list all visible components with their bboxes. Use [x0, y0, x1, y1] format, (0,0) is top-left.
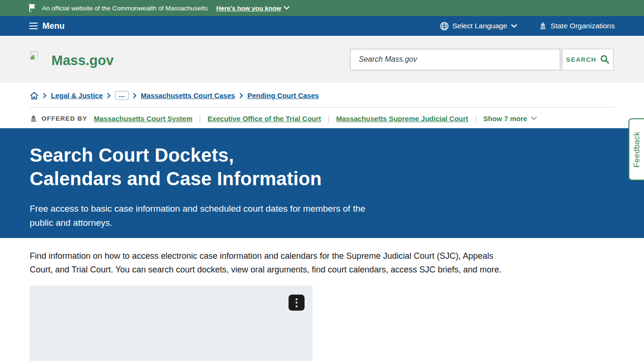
- offered-by-row: OFFERED BY Massachusetts Court System | …: [30, 107, 614, 128]
- breadcrumb-pending-court-cases[interactable]: Pending Court Cases: [248, 91, 319, 99]
- capitol-icon: [30, 115, 37, 123]
- breadcrumb-zone: Legal & Justice ... Massachusetts Court …: [0, 83, 644, 128]
- offered-by-label: OFFERED BY: [30, 115, 87, 123]
- state-organizations-link[interactable]: State Organizations: [539, 22, 615, 30]
- heres-how-you-know-link[interactable]: Here's how you know: [216, 5, 290, 12]
- logo-text: Mass.gov: [51, 53, 114, 68]
- menu-label: Menu: [42, 21, 65, 31]
- kebab-icon: [296, 298, 297, 307]
- feedback-tab[interactable]: Feedback: [628, 118, 644, 181]
- pipe-separator: |: [199, 115, 201, 123]
- chevron-right-icon: [133, 93, 137, 99]
- broken-image-icon: [30, 51, 38, 60]
- search-icon: [600, 55, 610, 64]
- breadcrumb: Legal & Justice ... Massachusetts Court …: [30, 91, 614, 100]
- pipe-separator: |: [328, 115, 330, 123]
- breadcrumb-court-cases[interactable]: Massachusetts Court Cases: [141, 91, 235, 99]
- select-language-label: Select Language: [453, 22, 507, 30]
- offered-link-trial-court[interactable]: Executive Office of the Trial Court: [207, 115, 321, 123]
- feedback-label: Feedback: [632, 132, 641, 167]
- search-input[interactable]: [350, 49, 560, 70]
- chevron-right-icon: [43, 93, 47, 99]
- breadcrumb-legal-justice[interactable]: Legal & Justice: [51, 91, 103, 99]
- flag-icon: [28, 3, 36, 13]
- chevron-down-icon: [511, 24, 517, 28]
- capitol-icon: [539, 22, 547, 30]
- page-subtitle: Free access to basic case information an…: [30, 202, 381, 230]
- search-button[interactable]: SEARCH: [562, 49, 613, 70]
- site-search: SEARCH: [350, 49, 614, 71]
- table-of-contents-widget: [30, 286, 313, 361]
- main-navbar: Menu Select Language: [0, 16, 644, 36]
- show-more-button[interactable]: Show 7 more: [483, 115, 537, 123]
- home-icon[interactable]: [30, 91, 39, 100]
- offered-link-court-system[interactable]: Massachusetts Court System: [94, 115, 192, 123]
- intro-paragraph: Find information on how to access electr…: [30, 249, 504, 277]
- breadcrumb-ellipsis-button[interactable]: ...: [115, 91, 129, 100]
- select-language-button[interactable]: Select Language: [440, 22, 517, 31]
- pipe-separator: |: [475, 115, 477, 123]
- widget-menu-button[interactable]: [289, 295, 305, 311]
- official-banner: An official website of the Commonwealth …: [0, 0, 644, 16]
- massgov-logo[interactable]: Mass.gov: [30, 51, 114, 68]
- page-hero: Search Court Dockets, Calendars and Case…: [0, 128, 644, 238]
- page-content: Find information on how to access electr…: [0, 238, 644, 361]
- chevron-down-icon: [531, 116, 537, 121]
- chevron-right-icon: [239, 93, 243, 99]
- hamburger-icon: [29, 23, 38, 30]
- site-header: Mass.gov SEARCH: [0, 36, 644, 83]
- globe-icon: [440, 22, 449, 31]
- menu-button[interactable]: Menu: [29, 21, 65, 31]
- state-organizations-label: State Organizations: [551, 22, 615, 30]
- chevron-right-icon: [107, 93, 111, 99]
- offered-link-supreme-judicial-court[interactable]: Massachusetts Supreme Judicial Court: [336, 115, 468, 123]
- chevron-down-icon: [284, 6, 289, 10]
- official-text: An official website of the Commonwealth …: [42, 5, 208, 12]
- page-title: Search Court Dockets, Calendars and Case…: [30, 143, 614, 190]
